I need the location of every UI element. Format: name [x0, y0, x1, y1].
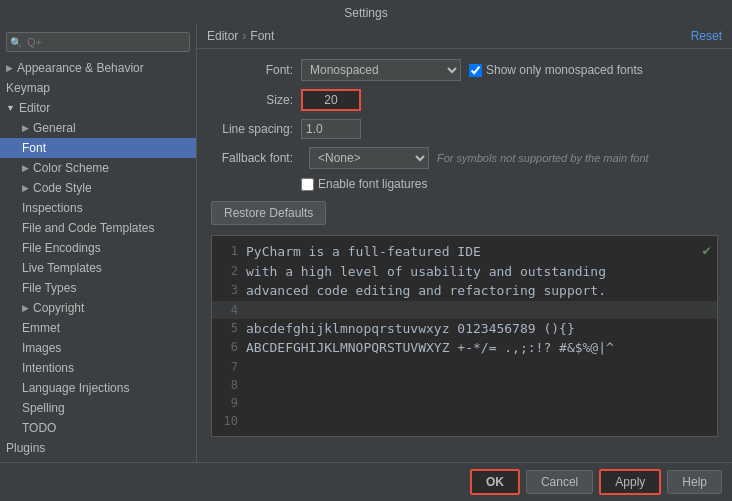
fallback-select[interactable]: <None> [309, 147, 429, 169]
preview-line: 3advanced code editing and refactoring s… [212, 281, 717, 301]
sidebar-item-appearance-behavior[interactable]: ▶ Appearance & Behavior [0, 58, 196, 78]
sidebar-item-label: File and Code Templates [22, 221, 155, 235]
line-content: ABCDEFGHIJKLMNOPQRSTUVWXYZ +-*/= .,;:!? … [246, 338, 614, 358]
size-input[interactable] [301, 89, 361, 111]
title-bar: Settings [0, 0, 732, 24]
preview-line: 7 [212, 358, 717, 376]
ok-button[interactable]: OK [470, 469, 520, 495]
sidebar-item-inspections[interactable]: Inspections [0, 198, 196, 218]
arrow-icon: ▶ [6, 63, 13, 73]
sidebar-item-color-scheme[interactable]: ▶ Color Scheme [0, 158, 196, 178]
breadcrumb-editor: Editor [207, 29, 238, 43]
sidebar-items-list: ▶ Appearance & BehaviorKeymap▼ Editor▶ G… [0, 58, 196, 458]
sidebar-item-file-and-code-templates[interactable]: File and Code Templates [0, 218, 196, 238]
breadcrumb-separator: › [242, 29, 246, 43]
sidebar-item-font[interactable]: Font [0, 138, 196, 158]
search-input[interactable] [6, 32, 190, 52]
sidebar-item-general[interactable]: ▶ General [0, 118, 196, 138]
cancel-button[interactable]: Cancel [526, 470, 593, 494]
sidebar-item-spelling[interactable]: Spelling [0, 398, 196, 418]
sidebar: 🔍 ▶ Appearance & BehaviorKeymap▼ Editor▶… [0, 24, 197, 462]
restore-defaults-button[interactable]: Restore Defaults [211, 201, 326, 225]
fallback-hint: For symbols not supported by the main fo… [437, 152, 649, 164]
fallback-row: Fallback font: <None> For symbols not su… [211, 147, 718, 169]
sidebar-item-label: Language Injections [22, 381, 129, 395]
sidebar-item-label: Code Style [33, 181, 92, 195]
ligatures-row: Enable font ligatures [211, 177, 718, 191]
line-number: 8 [218, 376, 238, 394]
sidebar-item-label: Inspections [22, 201, 83, 215]
font-select[interactable]: Monospaced [301, 59, 461, 81]
ligatures-checkbox[interactable] [301, 178, 314, 191]
sidebar-item-label: File Types [22, 281, 76, 295]
size-row: Size: [211, 89, 718, 111]
sidebar-item-label: Spelling [22, 401, 65, 415]
monospaced-checkbox-label[interactable]: Show only monospaced fonts [469, 63, 643, 77]
arrow-icon: ▶ [22, 163, 29, 173]
sidebar-item-label: File Encodings [22, 241, 101, 255]
font-label: Font: [211, 63, 301, 77]
sidebar-item-keymap[interactable]: Keymap [0, 78, 196, 98]
line-number: 3 [218, 281, 238, 301]
preview-line: 5abcdefghijklmnopqrstuvwxyz 0123456789 (… [212, 319, 717, 339]
preview-line: 10 [212, 412, 717, 430]
preview-line: 6ABCDEFGHIJKLMNOPQRSTUVWXYZ +-*/= .,;:!?… [212, 338, 717, 358]
line-spacing-label: Line spacing: [211, 122, 301, 136]
panel-header: Editor › Font Reset [197, 24, 732, 49]
dialog-title: Settings [344, 6, 387, 20]
apply-button[interactable]: Apply [599, 469, 661, 495]
sidebar-item-emmet[interactable]: Emmet [0, 318, 196, 338]
line-content: advanced code editing and refactoring su… [246, 281, 606, 301]
sidebar-item-label: TODO [22, 421, 56, 435]
tick-icon: ✔ [703, 242, 711, 258]
sidebar-item-intentions[interactable]: Intentions [0, 358, 196, 378]
main-content: 🔍 ▶ Appearance & BehaviorKeymap▼ Editor▶… [0, 24, 732, 462]
sidebar-item-todo[interactable]: TODO [0, 418, 196, 438]
preview-line: 8 [212, 376, 717, 394]
sidebar-item-file-encodings[interactable]: File Encodings [0, 238, 196, 258]
monospaced-label: Show only monospaced fonts [486, 63, 643, 77]
search-icon: 🔍 [10, 37, 22, 48]
help-button[interactable]: Help [667, 470, 722, 494]
sidebar-item-file-types[interactable]: File Types [0, 278, 196, 298]
preview-line: 4 [212, 301, 717, 319]
line-number: 5 [218, 319, 238, 339]
ligatures-label: Enable font ligatures [318, 177, 427, 191]
search-box[interactable]: 🔍 [6, 32, 190, 52]
panel-body: Font: Monospaced Show only monospaced fo… [197, 49, 732, 462]
line-number: 7 [218, 358, 238, 376]
reset-link[interactable]: Reset [691, 29, 722, 43]
sidebar-item-label: Plugins [6, 441, 45, 455]
line-content: with a high level of usability and outst… [246, 262, 606, 282]
line-spacing-input[interactable] [301, 119, 361, 139]
preview-line: 2with a high level of usability and outs… [212, 262, 717, 282]
line-number: 9 [218, 394, 238, 412]
sidebar-item-code-style[interactable]: ▶ Code Style [0, 178, 196, 198]
sidebar-item-images[interactable]: Images [0, 338, 196, 358]
sidebar-item-copyright[interactable]: ▶ Copyright [0, 298, 196, 318]
sidebar-item-live-templates[interactable]: Live Templates [0, 258, 196, 278]
sidebar-item-label: Appearance & Behavior [17, 61, 144, 75]
fallback-label: Fallback font: [211, 151, 301, 165]
sidebar-item-label: Images [22, 341, 61, 355]
sidebar-item-editor[interactable]: ▼ Editor [0, 98, 196, 118]
sidebar-item-label: Keymap [6, 81, 50, 95]
sidebar-item-label: Color Scheme [33, 161, 109, 175]
sidebar-item-label: Intentions [22, 361, 74, 375]
font-row: Font: Monospaced Show only monospaced fo… [211, 59, 718, 81]
line-number: 6 [218, 338, 238, 358]
line-content: PyCharm is a full-featured IDE [246, 242, 481, 262]
monospaced-checkbox[interactable] [469, 64, 482, 77]
arrow-icon: ▼ [6, 103, 15, 113]
size-label: Size: [211, 93, 301, 107]
ligatures-checkbox-label[interactable]: Enable font ligatures [301, 177, 427, 191]
preview-area: 1PyCharm is a full-featured IDE2with a h… [211, 235, 718, 437]
sidebar-item-language-injections[interactable]: Language Injections [0, 378, 196, 398]
line-number: 10 [218, 412, 238, 430]
sidebar-item-label: Copyright [33, 301, 84, 315]
sidebar-item-plugins[interactable]: Plugins [0, 438, 196, 458]
breadcrumb-font: Font [250, 29, 274, 43]
sidebar-item-label: Emmet [22, 321, 60, 335]
preview-line: 9 [212, 394, 717, 412]
breadcrumb: Editor › Font [207, 29, 274, 43]
